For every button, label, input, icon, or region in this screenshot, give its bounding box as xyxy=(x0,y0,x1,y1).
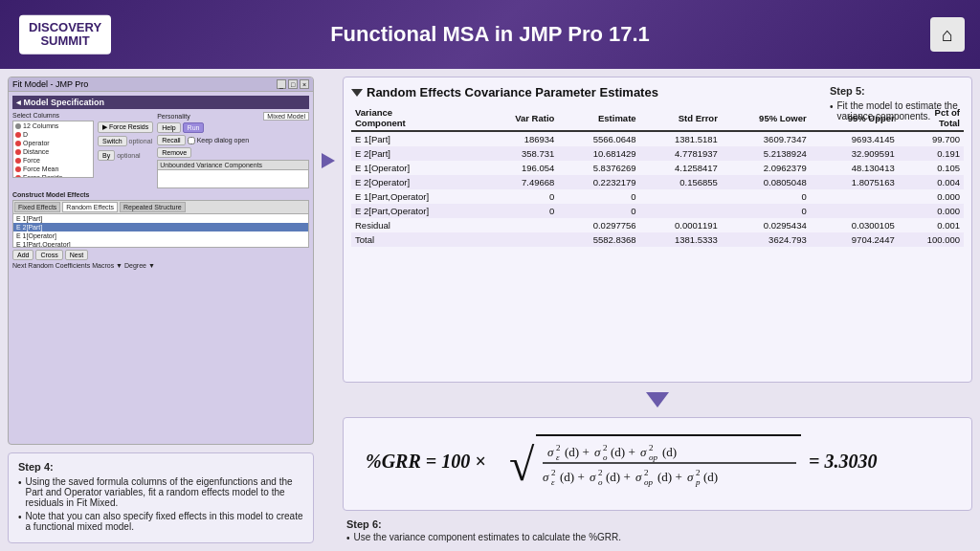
home-icon: ⌂ xyxy=(942,24,953,46)
table-row: E 2[Operator]7.496680.22321790.1568550.0… xyxy=(351,175,964,189)
svg-text:σ: σ xyxy=(590,470,596,484)
logo-line1: DISCOVERY xyxy=(29,21,101,34)
svg-text:o: o xyxy=(603,452,608,462)
jmp-macros-label: Macros ▼ xyxy=(92,262,122,269)
jmp-role-box: Unbounded Variance Components xyxy=(157,160,309,188)
jmp-cross-button[interactable]: Cross xyxy=(35,250,62,260)
svg-text:%GRR = 100 ×: %GRR = 100 × xyxy=(366,451,486,472)
list-item: E 1[Part,Operator] xyxy=(13,240,308,248)
svg-text:op: op xyxy=(649,452,658,462)
jmp-arrow-button[interactable]: ▶ Force Resids xyxy=(98,121,153,133)
jmp-maximize-button[interactable]: □ xyxy=(288,79,298,89)
jmp-tab-fixed[interactable]: Fixed Effects xyxy=(14,202,60,212)
bullet-icon: • xyxy=(18,512,22,522)
right-panel: Random Effects Covariance Parameter Esti… xyxy=(343,77,972,543)
jmp-next-random-label: Next Random Coefficients xyxy=(12,262,90,269)
right-arrow-icon xyxy=(322,153,335,168)
jmp-body: ◂ Model Specification Select Columns 12 … xyxy=(9,92,313,273)
table-row: E 1[Part,Operator]0000.000 xyxy=(351,189,964,204)
jmp-personality-label: Personality xyxy=(157,113,190,120)
list-item: E 2[Part] xyxy=(13,223,308,231)
col-header-stderror: Std Error xyxy=(640,105,722,131)
jmp-window-title: Fit Model - JMP Pro xyxy=(12,79,88,89)
svg-text:(d): (d) xyxy=(662,445,677,459)
step4-bullet-1: • Using the saved formula columns of the… xyxy=(18,476,303,508)
home-button[interactable]: ⌂ xyxy=(930,17,965,52)
formula-svg: %GRR = 100 × √ σ 2 ε (d) + σ 2 o xyxy=(361,428,954,495)
list-item: Force xyxy=(13,156,93,165)
formula-container: %GRR = 100 × √ σ 2 ε (d) + σ 2 o xyxy=(343,417,972,511)
svg-text:p: p xyxy=(695,477,701,487)
list-item: E 1[Part] xyxy=(13,214,308,223)
jmp-minimize-button[interactable]: _ xyxy=(277,79,286,89)
table-row: E 2[Part,Operator]0000.000 xyxy=(351,204,964,218)
svg-text:σ: σ xyxy=(547,445,554,459)
list-item: Force Mean xyxy=(13,165,93,173)
step4-bullet-2: • Note that you can also specify fixed e… xyxy=(18,511,303,532)
list-item: D xyxy=(13,130,93,139)
jmp-recall-button[interactable]: Recall xyxy=(157,135,185,145)
jmp-add-button[interactable]: Add xyxy=(12,250,33,260)
collapse-icon[interactable] xyxy=(351,89,363,97)
main-content: Fit Model - JMP Pro _ □ × ◂ Model Specif… xyxy=(0,69,980,551)
step6-bullet: • Use the variance component estimates t… xyxy=(346,532,969,543)
table-row: E 1[Operator]196.0545.83762694.12584172.… xyxy=(351,161,964,175)
svg-text:√: √ xyxy=(509,439,535,490)
list-item: Force Resids xyxy=(13,173,93,178)
bullet-icon: • xyxy=(830,101,834,112)
svg-text:σ: σ xyxy=(543,470,549,484)
svg-text:2: 2 xyxy=(649,443,654,452)
jmp-titlebar: Fit Model - JMP Pro _ □ × xyxy=(9,77,313,92)
svg-text:σ: σ xyxy=(640,445,647,459)
jmp-keep-dialog-label: Keep dialog open xyxy=(197,137,250,143)
step6-box: Step 6: • Use the variance component est… xyxy=(343,518,972,543)
jmp-keep-dialog-checkbox[interactable] xyxy=(188,137,195,144)
header: DISCOVERY SUMMIT Functional MSA in JMP P… xyxy=(0,0,980,69)
jmp-columns-list: 12 Columns D Operator Distance xyxy=(12,121,94,178)
jmp-tab-repeated[interactable]: Repeated Structure xyxy=(120,202,186,212)
step5-bullet: • Fit the model to estimate the variance… xyxy=(830,100,964,121)
svg-text:(d) +: (d) + xyxy=(606,470,631,484)
list-item: Operator xyxy=(13,139,93,147)
jmp-switch-button[interactable]: Switch xyxy=(98,136,127,146)
jmp-window-controls: _ □ × xyxy=(277,79,309,89)
jmp-close-button[interactable]: × xyxy=(300,79,309,89)
formula-display: %GRR = 100 × √ σ 2 ε (d) + σ 2 o xyxy=(357,428,958,495)
svg-text:σ: σ xyxy=(594,445,601,459)
svg-text:(d) +: (d) + xyxy=(560,470,585,484)
svg-text:ε: ε xyxy=(551,477,555,487)
svg-text:op: op xyxy=(644,477,654,487)
svg-text:(d): (d) xyxy=(703,470,718,484)
jmp-select-columns-label: Select Columns xyxy=(12,112,94,119)
table-container: Random Effects Covariance Parameter Esti… xyxy=(343,77,972,383)
col-header-component: VarianceComponent xyxy=(351,105,482,131)
table-row: E 2[Part]358.73110.6814294.77819375.2138… xyxy=(351,146,964,161)
left-panel: Fit Model - JMP Pro _ □ × ◂ Model Specif… xyxy=(8,77,314,543)
list-item: 12 Columns xyxy=(13,121,93,130)
jmp-window: Fit Model - JMP Pro _ □ × ◂ Model Specif… xyxy=(8,77,314,445)
logo-line2: SUMMIT xyxy=(29,34,101,48)
svg-text:ε: ε xyxy=(556,452,560,462)
bullet-icon: • xyxy=(346,533,350,543)
jmp-effects-box: Fixed Effects Random Effects Repeated St… xyxy=(12,200,309,248)
svg-text:2: 2 xyxy=(551,468,556,477)
jmp-run-button[interactable]: Run xyxy=(183,122,205,133)
jmp-help-button[interactable]: Help xyxy=(157,122,180,133)
down-arrow-icon xyxy=(646,392,669,408)
table-row: Residual0.02977560.00011910.02954340.030… xyxy=(351,218,964,232)
random-effects-table: VarianceComponent Var Ratio Estimate Std… xyxy=(351,105,964,247)
svg-text:2: 2 xyxy=(598,468,603,477)
jmp-nest-button[interactable]: Nest xyxy=(65,250,88,260)
jmp-by-button[interactable]: By xyxy=(98,150,115,161)
jmp-construct-label: Construct Model Effects xyxy=(12,191,309,198)
step6-title: Step 6: xyxy=(346,518,969,530)
svg-text:o: o xyxy=(598,477,603,487)
jmp-remove-button[interactable]: Remove xyxy=(157,147,191,158)
svg-text:2: 2 xyxy=(696,468,701,477)
svg-text:= 3.3030: = 3.3030 xyxy=(809,451,877,472)
step5-box: Step 5: • Fit the model to estimate the … xyxy=(830,85,964,121)
svg-text:(d) +: (d) + xyxy=(657,470,682,484)
table-body: E 1[Part]1869345566.06481381.51813609.73… xyxy=(351,131,964,247)
jmp-tab-random[interactable]: Random Effects xyxy=(62,202,118,212)
list-item: Distance xyxy=(13,147,93,156)
